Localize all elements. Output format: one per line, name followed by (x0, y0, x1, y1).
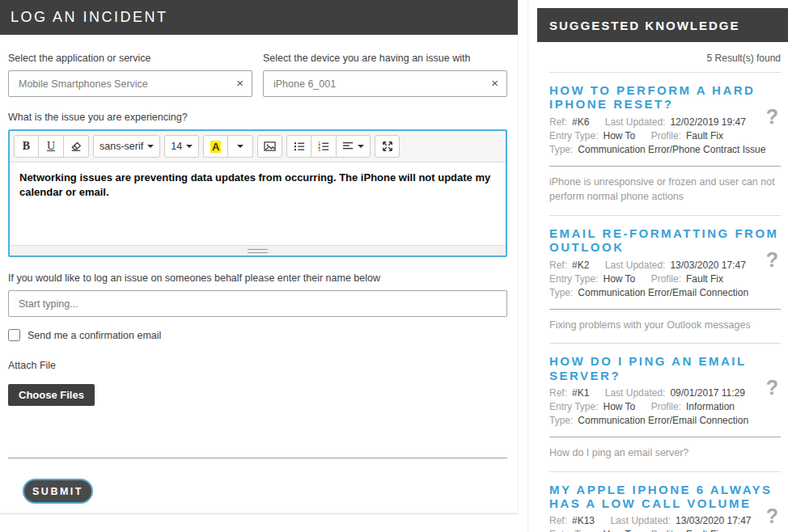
divider (8, 458, 507, 458)
knowledge-item: EMAIL RE-FORMATTING FROM OUTLOOK ? Ref:#… (549, 216, 781, 344)
underline-icon: U (47, 140, 55, 153)
issue-label: What is the issue you are experiencing? (8, 112, 507, 123)
paragraph-align-dropdown[interactable] (337, 135, 371, 158)
profile-label: Profile: (651, 529, 681, 532)
type-label: Type: (549, 144, 573, 155)
behalf-input[interactable] (8, 290, 507, 317)
last-updated-label: Last Updated: (605, 260, 666, 271)
entry-type-label: Entry Type: (549, 529, 598, 532)
profile-value: Fault Fix (686, 130, 723, 141)
font-color-icon: A (210, 141, 221, 153)
font-color-dropdown[interactable] (228, 135, 253, 158)
knowledge-item-title-link[interactable]: MY APPLE IPHONE 6 ALWAYS HAS A LOW CALL … (549, 483, 781, 511)
font-size-dropdown[interactable]: 14 (164, 135, 199, 158)
editor-resize-handle[interactable] (10, 245, 506, 255)
divider (549, 166, 781, 167)
choose-files-button[interactable]: Choose Files (8, 384, 95, 406)
ref-label: Ref: (549, 260, 567, 271)
eraser-icon (70, 141, 82, 152)
type-value: Communication Error/Email Connection (578, 415, 748, 426)
profile-label: Profile: (651, 273, 681, 285)
type-label: Type: (549, 287, 573, 298)
ordered-list-icon: 1 2 3 (318, 141, 329, 152)
behalf-label: If you would like to log an issue on som… (8, 272, 507, 284)
chevron-down-icon (358, 145, 364, 148)
font-color-button[interactable]: A (203, 135, 228, 158)
knowledge-item: HOW TO PERFORM A HARD IPHONE RESET? ? Re… (549, 73, 781, 216)
chevron-down-icon (237, 145, 244, 148)
last-updated-label: Last Updated: (605, 387, 666, 399)
chevron-down-icon (186, 145, 193, 148)
page-title: LOG AN INCIDENT (0, 0, 518, 35)
question-mark-icon[interactable]: ? (766, 506, 778, 526)
submit-button[interactable]: SUBMIT (23, 479, 93, 504)
underline-button[interactable]: U (39, 135, 64, 158)
ref-value: #K13 (572, 515, 595, 526)
resize-grip-icon (248, 249, 268, 253)
suggested-knowledge-panel: SUGGESTED KNOWLEDGE 5 Result(s) found HO… (527, 0, 788, 532)
knowledge-item-title-link[interactable]: HOW DO I PING AN EMAIL SERVER? (549, 354, 781, 382)
knowledge-item-title-link[interactable]: HOW TO PERFORM A HARD IPHONE RESET? (549, 83, 781, 112)
ref-label: Ref: (549, 515, 567, 526)
confirmation-email-label: Send me a confirmation email (28, 330, 161, 341)
entry-type-label: Entry Type: (549, 130, 598, 141)
type-label: Type: (549, 415, 573, 426)
entry-type-value: How To (603, 529, 635, 532)
profile-value: Fault Fix (686, 529, 723, 532)
device-select[interactable] (263, 70, 507, 97)
bold-icon: B (23, 140, 30, 153)
question-mark-icon[interactable]: ? (766, 250, 778, 270)
log-incident-panel: LOG AN INCIDENT Select the application o… (0, 0, 519, 514)
knowledge-item-description: Fixing problems with your Outlook messag… (549, 318, 781, 333)
bold-button[interactable]: B (14, 135, 39, 158)
entry-type-value: How To (603, 130, 635, 141)
divider (549, 309, 781, 310)
application-select[interactable] (8, 70, 252, 97)
align-left-icon (342, 141, 354, 152)
application-label: Select the application or service (8, 53, 252, 64)
ref-value: #K2 (572, 260, 589, 271)
question-mark-icon[interactable]: ? (766, 107, 778, 127)
knowledge-item-description: iPhone is unresponsive or frozen and use… (549, 175, 781, 205)
ref-value: #K1 (572, 387, 589, 399)
knowledge-item: MY APPLE IPHONE 6 ALWAYS HAS A LOW CALL … (549, 472, 781, 532)
fullscreen-arrows-icon (382, 141, 393, 152)
type-value: Communication Error/Email Connection (578, 287, 748, 298)
profile-label: Profile: (651, 130, 681, 141)
question-mark-icon[interactable]: ? (766, 378, 778, 398)
entry-type-label: Entry Type: (549, 273, 598, 285)
last-updated-label: Last Updated: (610, 515, 671, 526)
profile-value: Fault Fix (686, 273, 723, 285)
type-value: Communication Error/Phone Contract Issue (578, 144, 765, 155)
results-count: 5 Result(s) found (549, 53, 781, 64)
knowledge-item: HOW DO I PING AN EMAIL SERVER? ? Ref:#K1… (549, 344, 781, 471)
profile-value: Information (686, 401, 735, 412)
profile-label: Profile: (651, 401, 681, 412)
clear-device-icon[interactable]: × (491, 76, 498, 91)
unordered-list-icon (294, 141, 305, 152)
clear-application-icon[interactable]: × (236, 76, 244, 91)
device-label: Select the device you are having an issu… (263, 53, 507, 64)
issue-text-area[interactable]: Networking issues are preventing data up… (10, 163, 506, 245)
font-family-dropdown[interactable]: sans-serif (93, 135, 160, 158)
entry-type-value: How To (603, 401, 635, 412)
divider (549, 437, 781, 437)
knowledge-item-description: How do I ping an email server? (549, 445, 781, 461)
last-updated-value: 12/02/2019 19:47 (670, 116, 745, 128)
last-updated-value: 09/01/2017 11:29 (670, 387, 745, 399)
image-icon (264, 141, 276, 152)
clear-formatting-button[interactable] (64, 135, 89, 158)
suggested-knowledge-title: SUGGESTED KNOWLEDGE (537, 8, 788, 42)
attach-file-label: Attach File (8, 360, 507, 371)
editor-toolbar: B U (10, 131, 506, 163)
knowledge-item-title-link[interactable]: EMAIL RE-FORMATTING FROM OUTLOOK (549, 226, 781, 255)
ordered-list-button[interactable]: 1 2 3 (311, 135, 337, 158)
confirmation-email-checkbox[interactable] (8, 329, 20, 341)
last-updated-value: 13/03/2020 17:47 (676, 515, 751, 526)
entry-type-label: Entry Type: (549, 401, 598, 412)
fullscreen-button[interactable] (375, 135, 400, 158)
unordered-list-button[interactable] (286, 135, 311, 158)
svg-text:3: 3 (318, 148, 320, 152)
insert-image-button[interactable] (257, 135, 282, 158)
issue-editor: B U (8, 129, 507, 257)
